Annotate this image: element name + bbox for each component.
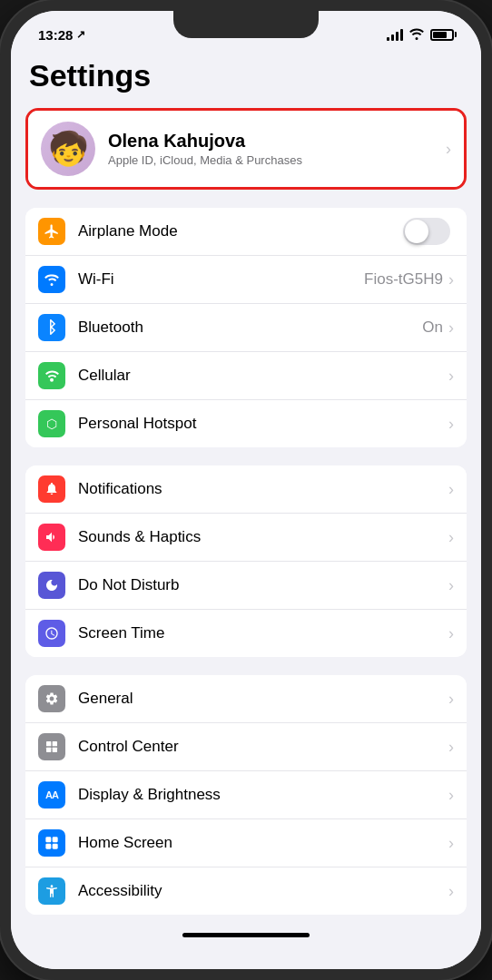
hotspot-label: Personal Hotspot	[78, 415, 448, 433]
phone-frame: 13:28 ↗	[0, 0, 492, 980]
status-time: 13:28 ↗	[38, 27, 85, 43]
bluetooth-icon: ᛒ	[38, 314, 65, 341]
settings-row-accessibility[interactable]: Accessibility ›	[25, 867, 467, 915]
settings-group-connectivity: Airplane Mode Wi-Fi Fios	[25, 208, 467, 447]
home-screen-icon	[38, 829, 65, 857]
accessibility-icon	[38, 877, 65, 905]
screen-time-label: Screen Time	[78, 624, 448, 642]
airplane-mode-label: Airplane Mode	[78, 222, 403, 240]
display-label: Display & Brightness	[78, 786, 448, 804]
home-indicator	[182, 933, 310, 937]
general-icon	[38, 685, 65, 712]
sounds-label: Sounds & Haptics	[78, 528, 448, 546]
control-center-chevron: ›	[448, 738, 454, 757]
signal-bars	[387, 28, 403, 41]
svg-rect-3	[46, 748, 51, 752]
notifications-icon	[38, 475, 65, 503]
settings-row-airplane-mode[interactable]: Airplane Mode	[25, 208, 467, 256]
status-icons	[387, 27, 454, 43]
page-title: Settings	[11, 51, 481, 108]
sounds-icon	[38, 524, 65, 551]
wifi-settings-icon	[38, 266, 65, 293]
profile-chevron: ›	[446, 140, 451, 159]
sounds-chevron: ›	[448, 528, 454, 547]
svg-rect-5	[45, 837, 51, 842]
home-screen-chevron: ›	[448, 834, 454, 853]
avatar: 🧒	[41, 122, 95, 176]
notifications-label: Notifications	[78, 480, 448, 498]
svg-rect-7	[45, 844, 51, 849]
dnd-icon	[38, 572, 65, 599]
settings-row-display[interactable]: AA Display & Brightness ›	[25, 771, 467, 819]
profile-text: Olena Kahujova Apple ID, iCloud, Media &…	[108, 131, 446, 167]
phone-screen: 13:28 ↗	[11, 11, 481, 969]
settings-row-notifications[interactable]: Notifications ›	[25, 466, 467, 514]
wifi-chevron: ›	[448, 270, 454, 289]
airplane-mode-toggle[interactable]	[403, 218, 450, 245]
settings-row-cellular[interactable]: Cellular ›	[25, 352, 467, 400]
settings-row-sounds[interactable]: Sounds & Haptics ›	[25, 514, 467, 562]
screen-time-chevron: ›	[448, 624, 454, 643]
wifi-value: Fios-tG5H9	[364, 270, 443, 289]
settings-group-customization: General › Control Center ›	[25, 675, 467, 915]
svg-point-0	[50, 378, 54, 382]
svg-rect-2	[53, 741, 57, 746]
display-chevron: ›	[448, 786, 454, 805]
accessibility-chevron: ›	[448, 882, 454, 901]
svg-rect-6	[53, 837, 58, 842]
bluetooth-value: On	[422, 318, 443, 337]
dnd-label: Do Not Disturb	[78, 576, 448, 594]
profile-subtitle: Apple ID, iCloud, Media & Purchases	[108, 153, 446, 167]
settings-row-wifi[interactable]: Wi-Fi Fios-tG5H9 ›	[25, 256, 467, 304]
battery-icon	[430, 29, 454, 41]
settings-row-dnd[interactable]: Do Not Disturb ›	[25, 562, 467, 610]
svg-rect-8	[53, 844, 58, 849]
wifi-label: Wi-Fi	[78, 270, 364, 289]
screen-content[interactable]: Settings 🧒 Olena Kahujova Apple ID, iClo…	[11, 51, 481, 969]
notch	[173, 11, 319, 38]
toggle-knob	[405, 220, 428, 243]
dnd-chevron: ›	[448, 576, 454, 595]
general-label: General	[78, 690, 448, 708]
home-screen-label: Home Screen	[78, 834, 448, 852]
avatar-emoji: 🧒	[48, 130, 89, 168]
profile-row[interactable]: 🧒 Olena Kahujova Apple ID, iCloud, Media…	[28, 111, 464, 187]
svg-rect-1	[46, 741, 51, 746]
svg-rect-4	[53, 748, 57, 752]
hotspot-chevron: ›	[448, 415, 454, 434]
control-center-label: Control Center	[78, 738, 448, 756]
display-icon: AA	[38, 781, 65, 808]
profile-name: Olena Kahujova	[108, 131, 446, 152]
airplane-mode-icon	[38, 218, 65, 245]
cellular-label: Cellular	[78, 367, 448, 385]
settings-group-system: Notifications › Sounds & Haptics ›	[25, 466, 467, 657]
bluetooth-chevron: ›	[448, 318, 454, 338]
location-icon: ↗	[76, 28, 85, 41]
notifications-chevron: ›	[448, 480, 454, 499]
battery-fill	[433, 32, 447, 38]
settings-row-bluetooth[interactable]: ᛒ Bluetooth On ›	[25, 304, 467, 352]
screen-time-icon	[38, 620, 65, 647]
accessibility-label: Accessibility	[78, 882, 448, 900]
bluetooth-label: Bluetooth	[78, 318, 422, 337]
settings-row-screen-time[interactable]: Screen Time ›	[25, 610, 467, 657]
cellular-chevron: ›	[448, 367, 454, 386]
settings-row-general[interactable]: General ›	[25, 675, 467, 723]
settings-row-control-center[interactable]: Control Center ›	[25, 723, 467, 771]
control-center-icon	[38, 733, 65, 760]
time-display: 13:28	[38, 27, 73, 43]
cellular-icon	[38, 362, 65, 389]
wifi-icon	[408, 27, 425, 43]
settings-row-hotspot[interactable]: ⬡ Personal Hotspot ›	[25, 400, 467, 447]
hotspot-icon: ⬡	[38, 410, 65, 437]
settings-row-home-screen[interactable]: Home Screen ›	[25, 819, 467, 867]
general-chevron: ›	[448, 690, 454, 709]
profile-row-wrapper[interactable]: 🧒 Olena Kahujova Apple ID, iCloud, Media…	[25, 108, 467, 190]
